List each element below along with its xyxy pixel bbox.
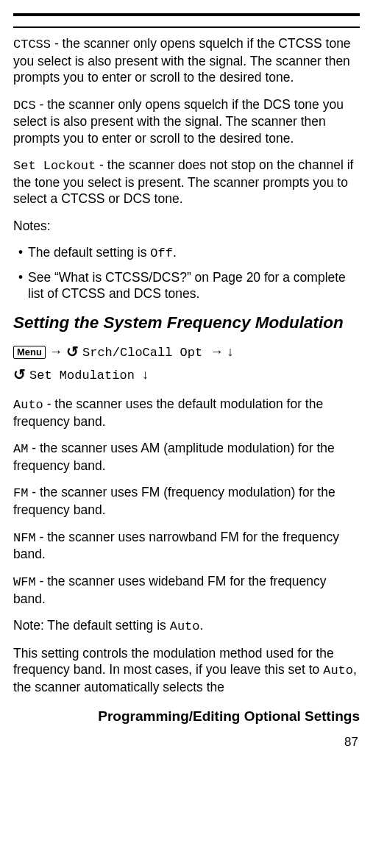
section-heading: Setting the System Frequency Modulation bbox=[13, 313, 360, 332]
nav-code2: Set Modulation bbox=[29, 369, 142, 383]
menu-key-icon: Menu bbox=[13, 346, 46, 360]
last-code: Auto bbox=[323, 664, 353, 677]
code-wfm: WFM bbox=[13, 575, 36, 589]
text-fm: - the scanner uses FM (frequency modulat… bbox=[13, 485, 335, 517]
para-auto: Auto - the scanner uses the default modu… bbox=[13, 396, 360, 430]
last-a: This setting controls the modulation met… bbox=[13, 646, 334, 677]
arrow-right-icon: → bbox=[49, 344, 66, 359]
nav-code1: Srch/CloCall Opt bbox=[82, 346, 210, 360]
bullet-icon: • bbox=[13, 269, 28, 302]
footer-section-title: Programming/Editing Optional Settings bbox=[13, 708, 360, 725]
para-wfm: WFM - the scanner uses wideband FM for t… bbox=[13, 573, 360, 607]
para-note-default: Note: The default setting is Auto. bbox=[13, 617, 360, 635]
note1-code: Off bbox=[150, 246, 173, 260]
code-dcs: DCS bbox=[13, 99, 36, 113]
para-am: AM - the scanner uses AM (amplitude modu… bbox=[13, 440, 360, 474]
code-auto: Auto bbox=[13, 398, 43, 412]
code-lockout: Set Lockout bbox=[13, 159, 96, 173]
arrow-down-icon: ↓ bbox=[227, 344, 233, 359]
rotate-icon: ↺ bbox=[66, 344, 79, 360]
para-ctcss: CTCSS - the scanner only opens squelch i… bbox=[13, 35, 360, 86]
rotate-icon: ↺ bbox=[13, 366, 26, 383]
text-nfm: - the scanner uses narrowband FM for the… bbox=[13, 530, 339, 562]
list-item: • The default setting is Off. bbox=[13, 244, 360, 262]
para-dcs: DCS - the scanner only opens squelch if … bbox=[13, 96, 360, 147]
para-nfm: NFM - the scanner uses narrowband FM for… bbox=[13, 529, 360, 563]
para-fm: FM - the scanner uses FM (frequency modu… bbox=[13, 484, 360, 518]
text-wfm: - the scanner uses wideband FM for the f… bbox=[13, 574, 327, 606]
notes-label: Notes: bbox=[13, 218, 360, 234]
note1: The default setting is Off. bbox=[28, 244, 177, 262]
arrow-down-icon: ↓ bbox=[142, 367, 149, 382]
bullet-icon: • bbox=[13, 244, 28, 262]
code-ctcss: CTCSS bbox=[13, 38, 51, 51]
note-default-a: Note: The default setting is bbox=[13, 618, 170, 633]
para-last: This setting controls the modulation met… bbox=[13, 645, 360, 696]
text-ctcss: - the scanner only opens squelch if the … bbox=[13, 36, 351, 85]
code-am: AM bbox=[13, 442, 28, 456]
top-rule-thin bbox=[13, 26, 360, 28]
page-number: 87 bbox=[13, 735, 358, 750]
para-lockout: Set Lockout - the scanner does not stop … bbox=[13, 157, 360, 207]
text-am: - the scanner uses AM (amplitude modulat… bbox=[13, 441, 335, 473]
notes-list: • The default setting is Off. • See “Wha… bbox=[13, 244, 360, 302]
note2: See “What is CTCSS/DCS?” on Page 20 for … bbox=[28, 269, 360, 302]
list-item: • See “What is CTCSS/DCS?” on Page 20 fo… bbox=[13, 269, 360, 302]
text-dcs: - the scanner only opens squelch if the … bbox=[13, 97, 344, 146]
arrow-right-icon: → bbox=[210, 344, 227, 359]
code-fm: FM bbox=[13, 486, 28, 500]
note1-b: . bbox=[173, 245, 177, 260]
code-nfm: NFM bbox=[13, 531, 36, 545]
top-rule-thick bbox=[13, 13, 360, 16]
note-default-code: Auto bbox=[170, 619, 200, 633]
text-auto: - the scanner uses the default modulatio… bbox=[13, 396, 323, 429]
menu-navigation: Menu → ↺ Srch/CloCall Opt → ↓ ↺ Set Modu… bbox=[13, 340, 360, 386]
note-default-b: . bbox=[200, 618, 204, 633]
note1-a: The default setting is bbox=[28, 245, 150, 260]
